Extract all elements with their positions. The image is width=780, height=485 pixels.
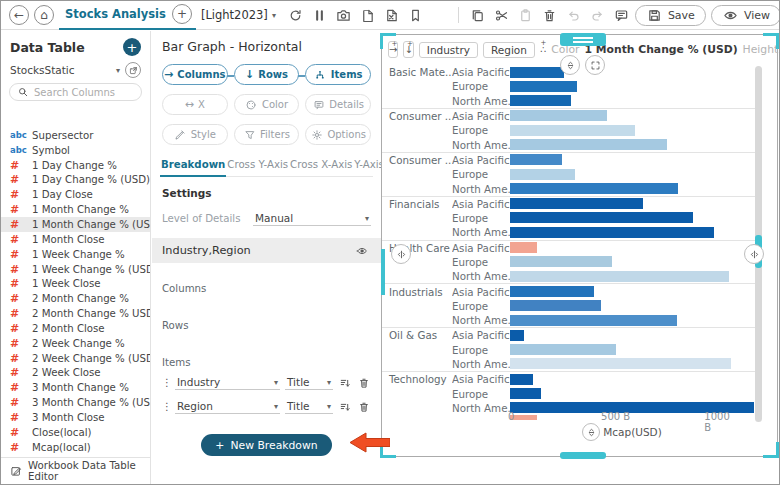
industry-label[interactable]: Technology (382, 373, 452, 385)
region-label[interactable]: Asia Pacific (452, 66, 510, 78)
bar[interactable] (510, 388, 541, 399)
region-label[interactable]: North Ame... (452, 95, 510, 107)
field-item[interactable]: #2 Month Change % (1, 291, 150, 306)
field-item[interactable]: #1 Day Change % (1, 158, 150, 173)
bar[interactable] (510, 67, 564, 78)
panel-drag-handle-bottom[interactable] (560, 452, 606, 459)
export-excel-icon[interactable] (383, 7, 400, 24)
region-label[interactable]: Europe (452, 344, 510, 356)
item-field-select[interactable]: Industry▾ (175, 375, 280, 390)
industry-label[interactable]: Basic Mate... (382, 66, 452, 78)
field-item[interactable]: #2 Month Change % USD (1, 306, 150, 321)
field-item[interactable]: #3 Month Change % (USD) (1, 395, 150, 410)
region-label[interactable]: Europe (452, 80, 510, 92)
field-item[interactable]: #3 Month Close (1, 410, 150, 425)
chart-panel[interactable]: →+ ↓+ Industry Region ∴+ Color 1 Month C… (381, 34, 778, 457)
field-item[interactable]: #2 Week Close (1, 366, 150, 381)
rows-shelf-button[interactable]: ↓Rows (234, 64, 300, 85)
bar[interactable] (510, 330, 524, 341)
tab-cross-x-axis[interactable]: Cross X-Axis (289, 155, 353, 176)
bar[interactable] (510, 374, 533, 385)
region-label[interactable]: North Ame... (452, 358, 510, 370)
color-shelf-button[interactable]: Color (234, 94, 300, 115)
region-label[interactable]: North Ame... (452, 226, 510, 238)
region-label[interactable]: Asia Pacific (452, 373, 510, 385)
bar[interactable] (510, 271, 729, 282)
field-item[interactable]: #2 Week Change % (1, 336, 150, 351)
chevron-down-icon[interactable]: ▾ (116, 66, 120, 75)
sort-icon[interactable] (338, 400, 352, 414)
field-item[interactable]: abcSupersector (1, 128, 150, 143)
breadcrumb-industry[interactable]: Industry (419, 42, 478, 58)
sort-icon[interactable] (338, 376, 352, 390)
data-table-name[interactable]: StocksStatic (10, 64, 111, 76)
bookmark-icon[interactable] (407, 7, 424, 24)
refresh-icon[interactable] (287, 7, 304, 24)
color-value[interactable]: 1 Month Change % (USD) (585, 43, 738, 56)
maximize-button[interactable] (585, 55, 605, 75)
x-shelf-button[interactable]: ↔X (162, 94, 228, 115)
field-item[interactable]: #1 Month Change % (1, 202, 150, 217)
field-item[interactable]: #1 Month Close (1, 232, 150, 247)
item-mode-select[interactable]: Title▾ (285, 375, 333, 390)
home-button[interactable]: ⌂ (34, 5, 54, 25)
field-item[interactable]: #2 Month Close (1, 321, 150, 336)
bar[interactable] (510, 256, 612, 267)
bar[interactable] (510, 344, 616, 355)
field-item[interactable]: #Close(local) (1, 425, 150, 440)
item-mode-select[interactable]: Title▾ (285, 399, 333, 414)
industry-label[interactable]: Industrials (382, 286, 452, 298)
drag-handle-icon[interactable]: ⋮ (162, 401, 170, 412)
breadcrumb-region[interactable]: Region (483, 42, 535, 58)
items-shelf-button[interactable]: Items (305, 64, 371, 85)
copy-icon[interactable] (469, 7, 486, 24)
region-label[interactable]: Asia Pacific (452, 286, 510, 298)
drag-handle-icon[interactable]: ⋮ (162, 377, 170, 388)
tab-cross-y-axis[interactable]: Cross Y-Axis (226, 155, 289, 176)
add-breakdown-level-button[interactable]: ∴+ (540, 41, 546, 58)
bar[interactable] (510, 183, 678, 194)
bar[interactable] (510, 110, 607, 121)
filters-shelf-button[interactable]: Filters (234, 124, 300, 145)
region-label[interactable]: Europe (452, 388, 510, 400)
industry-label[interactable]: Oil & Gas (382, 329, 452, 341)
bar[interactable] (510, 169, 575, 180)
bar[interactable] (510, 227, 714, 238)
field-item[interactable]: #1 Day Close (1, 187, 150, 202)
region-label[interactable]: Asia Pacific (452, 110, 510, 122)
add-data-table-button[interactable]: + (123, 38, 141, 56)
resize-handle-left[interactable] (391, 244, 411, 264)
field-item[interactable]: #3 Month Change % (1, 380, 150, 395)
workbook-data-table-editor[interactable]: Workbook Data Table Editor (1, 457, 150, 484)
view-button[interactable]: View (711, 5, 780, 26)
bar[interactable] (510, 154, 562, 165)
bar[interactable] (510, 242, 537, 253)
region-label[interactable]: Asia Pacific (452, 154, 510, 166)
new-breakdown-button[interactable]: + New Breakdown (201, 434, 331, 456)
field-item[interactable]: #1 Week Change % (1, 247, 150, 262)
region-label[interactable]: Europe (452, 212, 510, 224)
search-input[interactable] (34, 87, 134, 98)
breakdown-header[interactable]: Industry,Region (152, 238, 381, 263)
style-shelf-button[interactable]: Style (162, 124, 228, 145)
region-label[interactable]: North Ame... (452, 139, 510, 151)
columns-shelf-button[interactable]: →Columns (162, 64, 228, 85)
field-item[interactable]: #Mcap(local) (1, 440, 150, 455)
region-label[interactable]: Europe (452, 300, 510, 312)
chart-plot-area[interactable]: Basic Mate...Asia PacificEuropeNorth Ame… (382, 65, 756, 420)
bar[interactable] (510, 95, 571, 106)
add-tab-button[interactable]: + (172, 4, 192, 24)
region-label[interactable]: Asia Pacific (452, 329, 510, 341)
bar[interactable] (510, 198, 643, 209)
region-label[interactable]: North Ame... (452, 314, 510, 326)
region-label[interactable]: Asia Pacific (452, 242, 510, 254)
region-label[interactable]: Europe (452, 124, 510, 136)
axis-fit-button[interactable] (582, 423, 600, 441)
open-data-table-button[interactable] (125, 62, 141, 78)
visibility-eye-icon[interactable] (355, 244, 369, 258)
camera-icon[interactable] (335, 7, 352, 24)
delete-item-icon[interactable] (357, 400, 371, 414)
workbook-tab[interactable]: Stocks Analysis (65, 7, 166, 21)
x-axis-title[interactable]: Mcap(USD) (510, 426, 755, 438)
export-pdf-icon[interactable] (359, 7, 376, 24)
